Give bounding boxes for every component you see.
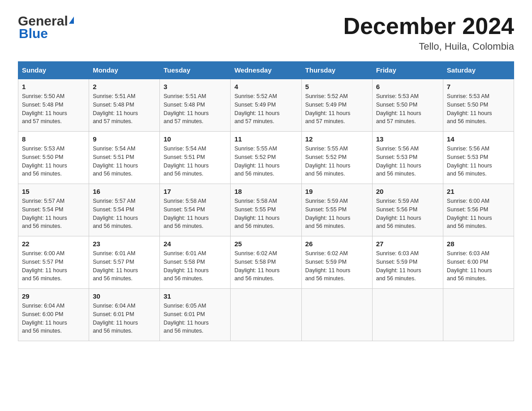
calendar-cell: 17Sunrise: 5:58 AMSunset: 5:54 PMDayligh…: [160, 184, 231, 236]
calendar-cell: [301, 289, 372, 341]
day-number: 5: [305, 83, 369, 90]
day-info: Sunrise: 5:51 AMSunset: 5:48 PMDaylight:…: [163, 92, 227, 126]
calendar-cell: 19Sunrise: 5:59 AMSunset: 5:55 PMDayligh…: [301, 184, 372, 236]
day-number: 10: [163, 135, 227, 143]
day-number: 6: [376, 83, 439, 90]
calendar-cell: [231, 289, 301, 341]
calendar-week-row: 29Sunrise: 6:04 AMSunset: 6:00 PMDayligh…: [18, 289, 514, 341]
day-number: 18: [234, 188, 297, 195]
day-number: 28: [447, 240, 510, 248]
day-number: 4: [234, 83, 297, 90]
calendar-cell: 8Sunrise: 5:53 AMSunset: 5:50 PMDaylight…: [18, 132, 89, 184]
day-info: Sunrise: 5:56 AMSunset: 5:53 PMDaylight:…: [376, 145, 439, 178]
calendar-table: SundayMondayTuesdayWednesdayThursdayFrid…: [18, 61, 514, 341]
day-info: Sunrise: 5:59 AMSunset: 5:55 PMDaylight:…: [305, 197, 369, 231]
day-number: 19: [305, 188, 369, 195]
day-info: Sunrise: 5:58 AMSunset: 5:55 PMDaylight:…: [234, 197, 297, 231]
calendar-header-row: SundayMondayTuesdayWednesdayThursdayFrid…: [18, 62, 514, 79]
calendar-week-row: 22Sunrise: 6:00 AMSunset: 5:57 PMDayligh…: [18, 236, 514, 289]
day-info: Sunrise: 5:55 AMSunset: 5:52 PMDaylight:…: [305, 145, 369, 178]
day-number: 1: [22, 83, 85, 90]
day-info: Sunrise: 5:57 AMSunset: 5:54 PMDaylight:…: [93, 197, 156, 231]
day-number: 21: [447, 188, 510, 195]
day-info: Sunrise: 6:01 AMSunset: 5:58 PMDaylight:…: [163, 249, 227, 283]
day-header-monday: Monday: [89, 62, 160, 79]
day-info: Sunrise: 6:00 AMSunset: 5:57 PMDaylight:…: [22, 249, 85, 283]
calendar-cell: 4Sunrise: 5:52 AMSunset: 5:49 PMDaylight…: [231, 79, 301, 132]
day-number: 20: [376, 188, 439, 195]
calendar-cell: [372, 289, 443, 341]
page-title: December 2024: [343, 13, 514, 39]
calendar-cell: 20Sunrise: 5:59 AMSunset: 5:56 PMDayligh…: [372, 184, 443, 236]
calendar-cell: 13Sunrise: 5:56 AMSunset: 5:53 PMDayligh…: [372, 132, 443, 184]
logo-triangle-icon: [69, 17, 74, 24]
calendar-cell: 7Sunrise: 5:53 AMSunset: 5:50 PMDaylight…: [443, 79, 514, 132]
calendar-cell: 28Sunrise: 6:03 AMSunset: 6:00 PMDayligh…: [443, 236, 514, 289]
calendar-cell: 18Sunrise: 5:58 AMSunset: 5:55 PMDayligh…: [231, 184, 301, 236]
logo: General Blue: [18, 13, 74, 41]
calendar-week-row: 1Sunrise: 5:50 AMSunset: 5:48 PMDaylight…: [18, 79, 514, 132]
calendar-cell: 21Sunrise: 6:00 AMSunset: 5:56 PMDayligh…: [443, 184, 514, 236]
calendar-cell: 14Sunrise: 5:56 AMSunset: 5:53 PMDayligh…: [443, 132, 514, 184]
day-number: 13: [376, 135, 439, 143]
day-number: 26: [305, 240, 369, 248]
day-number: 17: [163, 188, 227, 195]
page-header: General Blue December 2024 Tello, Huila,…: [18, 13, 514, 52]
day-info: Sunrise: 6:03 AMSunset: 5:59 PMDaylight:…: [376, 249, 439, 283]
day-header-thursday: Thursday: [301, 62, 372, 79]
day-header-saturday: Saturday: [443, 62, 514, 79]
calendar-cell: 29Sunrise: 6:04 AMSunset: 6:00 PMDayligh…: [18, 289, 89, 341]
day-info: Sunrise: 6:00 AMSunset: 5:56 PMDaylight:…: [447, 197, 510, 231]
logo-blue: Blue: [18, 26, 48, 41]
calendar-cell: [443, 289, 514, 341]
day-info: Sunrise: 6:02 AMSunset: 5:58 PMDaylight:…: [234, 249, 297, 283]
calendar-week-row: 8Sunrise: 5:53 AMSunset: 5:50 PMDaylight…: [18, 132, 514, 184]
calendar-cell: 11Sunrise: 5:55 AMSunset: 5:52 PMDayligh…: [231, 132, 301, 184]
day-info: Sunrise: 6:01 AMSunset: 5:57 PMDaylight:…: [93, 249, 156, 283]
day-number: 2: [93, 83, 156, 90]
day-number: 25: [234, 240, 297, 248]
day-info: Sunrise: 5:53 AMSunset: 5:50 PMDaylight:…: [22, 145, 85, 178]
day-info: Sunrise: 5:58 AMSunset: 5:54 PMDaylight:…: [163, 197, 227, 231]
day-info: Sunrise: 6:04 AMSunset: 6:00 PMDaylight:…: [22, 302, 85, 335]
day-info: Sunrise: 5:51 AMSunset: 5:48 PMDaylight:…: [93, 92, 156, 126]
calendar-cell: 16Sunrise: 5:57 AMSunset: 5:54 PMDayligh…: [89, 184, 160, 236]
day-info: Sunrise: 6:05 AMSunset: 6:01 PMDaylight:…: [163, 302, 227, 335]
calendar-cell: 2Sunrise: 5:51 AMSunset: 5:48 PMDaylight…: [89, 79, 160, 132]
day-info: Sunrise: 5:59 AMSunset: 5:56 PMDaylight:…: [376, 197, 439, 231]
calendar-cell: 3Sunrise: 5:51 AMSunset: 5:48 PMDaylight…: [160, 79, 231, 132]
calendar-cell: 15Sunrise: 5:57 AMSunset: 5:54 PMDayligh…: [18, 184, 89, 236]
day-number: 30: [93, 292, 156, 300]
calendar-cell: 9Sunrise: 5:54 AMSunset: 5:51 PMDaylight…: [89, 132, 160, 184]
day-number: 29: [22, 292, 85, 300]
day-info: Sunrise: 5:54 AMSunset: 5:51 PMDaylight:…: [163, 145, 227, 178]
calendar-cell: 26Sunrise: 6:02 AMSunset: 5:59 PMDayligh…: [301, 236, 372, 289]
day-number: 3: [163, 83, 227, 90]
calendar-cell: 27Sunrise: 6:03 AMSunset: 5:59 PMDayligh…: [372, 236, 443, 289]
calendar-cell: 23Sunrise: 6:01 AMSunset: 5:57 PMDayligh…: [89, 236, 160, 289]
page-subtitle: Tello, Huila, Colombia: [343, 41, 514, 52]
day-info: Sunrise: 5:57 AMSunset: 5:54 PMDaylight:…: [22, 197, 85, 231]
day-header-tuesday: Tuesday: [160, 62, 231, 79]
calendar-week-row: 15Sunrise: 5:57 AMSunset: 5:54 PMDayligh…: [18, 184, 514, 236]
day-number: 9: [93, 135, 156, 143]
day-info: Sunrise: 6:03 AMSunset: 6:00 PMDaylight:…: [447, 249, 510, 283]
calendar-cell: 10Sunrise: 5:54 AMSunset: 5:51 PMDayligh…: [160, 132, 231, 184]
day-info: Sunrise: 5:50 AMSunset: 5:48 PMDaylight:…: [22, 92, 85, 126]
calendar-cell: 6Sunrise: 5:53 AMSunset: 5:50 PMDaylight…: [372, 79, 443, 132]
day-header-wednesday: Wednesday: [231, 62, 301, 79]
day-info: Sunrise: 5:52 AMSunset: 5:49 PMDaylight:…: [234, 92, 297, 126]
calendar-cell: 24Sunrise: 6:01 AMSunset: 5:58 PMDayligh…: [160, 236, 231, 289]
day-info: Sunrise: 6:04 AMSunset: 6:01 PMDaylight:…: [93, 302, 156, 335]
title-area: December 2024 Tello, Huila, Colombia: [343, 13, 514, 52]
day-number: 12: [305, 135, 369, 143]
day-header-sunday: Sunday: [18, 62, 89, 79]
day-number: 11: [234, 135, 297, 143]
day-number: 16: [93, 188, 156, 195]
day-number: 14: [447, 135, 510, 143]
day-info: Sunrise: 5:56 AMSunset: 5:53 PMDaylight:…: [447, 145, 510, 178]
day-info: Sunrise: 5:55 AMSunset: 5:52 PMDaylight:…: [234, 145, 297, 178]
calendar-cell: 22Sunrise: 6:00 AMSunset: 5:57 PMDayligh…: [18, 236, 89, 289]
day-number: 7: [447, 83, 510, 90]
calendar-cell: 12Sunrise: 5:55 AMSunset: 5:52 PMDayligh…: [301, 132, 372, 184]
